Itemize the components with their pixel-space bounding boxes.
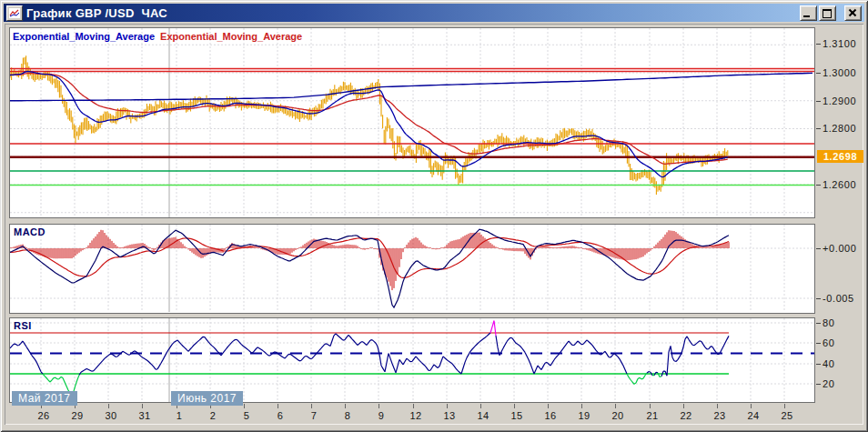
date-label: 6 (268, 410, 292, 421)
date-axis-tick (447, 404, 448, 408)
macd-chart-canvas[interactable] (10, 225, 814, 313)
date-label: 5 (235, 410, 258, 421)
ema-fast-legend-label: Exponential_Moving_Average (13, 31, 155, 42)
date-label: 22 (674, 410, 698, 421)
date-label: 31 (133, 410, 156, 421)
date-label: 12 (404, 410, 428, 421)
rsi-panel[interactable]: RSI (9, 317, 815, 403)
price-bars (10, 55, 728, 195)
chart-window: График GBP /USD ЧАС Exponential_Moving_A… (0, 0, 868, 432)
date-axis-tick (514, 404, 515, 408)
date-axis-tick (717, 404, 718, 408)
price-axis-label: 1.3000 (823, 66, 856, 79)
rsi-axis-label: 20 (823, 377, 834, 390)
date-label: 16 (539, 410, 562, 421)
date-axis-tick (751, 404, 752, 408)
date-axis-tick (548, 404, 549, 408)
date-axis-tick (413, 404, 414, 408)
date-label: 30 (99, 410, 123, 421)
rsi-axis-tick (816, 384, 821, 385)
ema-slow-legend-label: Exponential_Moving_Average (160, 31, 302, 42)
date-label: 26 (32, 410, 56, 421)
date-axis-tick (345, 404, 346, 408)
price-axis-tick (816, 73, 821, 74)
date-label: 24 (742, 410, 765, 421)
rsi-chart-canvas[interactable] (10, 318, 814, 402)
macd-label: MACD (14, 226, 45, 237)
date-label: 7 (302, 410, 326, 421)
maximize-icon (823, 9, 832, 18)
date-label: 19 (572, 410, 596, 421)
date-label: 8 (336, 410, 359, 421)
price-panel[interactable]: Exponential_Moving_AverageExponential_Mo… (9, 27, 815, 218)
chart-icon-glyph (9, 8, 20, 18)
macd-line (10, 229, 729, 307)
macd-axis-tick (816, 248, 821, 249)
date-axis-tick (480, 404, 481, 408)
date-label: 21 (641, 410, 664, 421)
minimize-icon (803, 15, 810, 17)
date-label: 23 (708, 410, 732, 421)
price-axis-tick (816, 44, 821, 45)
month-label-june: Июнь 2017 (171, 391, 243, 406)
date-label: 25 (775, 410, 799, 421)
price-axis-label: 1.2900 (823, 95, 856, 107)
maximize-button[interactable] (819, 5, 836, 21)
minimize-button[interactable] (800, 5, 817, 21)
macd-panel[interactable]: MACD (9, 224, 815, 314)
price-axis-label: 1.3100 (823, 37, 856, 50)
date-axis-tick (142, 404, 143, 408)
price-axis-tick (816, 128, 821, 129)
date-label: 14 (471, 410, 495, 421)
rsi-axis-label: 80 (823, 316, 834, 329)
window-controls (798, 5, 862, 19)
indicator-legend: Exponential_Moving_AverageExponential_Mo… (13, 31, 302, 42)
ema-fast-line (10, 72, 728, 177)
date-axis-tick (650, 404, 651, 408)
price-axis-tick (816, 185, 821, 186)
date-axis-tick (378, 404, 379, 408)
date-label: 15 (505, 410, 529, 421)
date-axis-tick (278, 404, 278, 408)
long-ema-line (10, 73, 812, 100)
date-axis-tick (108, 404, 109, 408)
date-label: 20 (606, 410, 630, 421)
date-axis-tick (244, 404, 245, 408)
price-chart-canvas[interactable] (10, 28, 814, 217)
price-axis-label: 1.2800 (823, 122, 856, 135)
rsi-axis-tick (816, 323, 821, 324)
date-label: 1 (167, 410, 191, 421)
month-label-may: Май 2017 (12, 391, 77, 406)
current-price-flag: 1.2698 (817, 150, 863, 163)
date-axis-tick (615, 404, 616, 408)
date-label: 13 (438, 410, 461, 421)
date-label: 2 (201, 410, 225, 421)
window-title: График GBP /USD ЧАС (26, 6, 167, 20)
date-axis-tick (683, 404, 684, 408)
rsi-axis-tick (816, 343, 821, 344)
macd-signal-line (10, 237, 729, 277)
macd-axis-tick (816, 298, 821, 299)
rsi-axis-tick (816, 364, 821, 365)
chart-app-icon (6, 5, 23, 21)
rsi-label: RSI (14, 320, 32, 331)
macd-axis-label: -0.005 (823, 292, 854, 305)
rsi-axis-label: 60 (823, 337, 834, 349)
date-axis-tick (581, 404, 582, 408)
date-label: 29 (66, 410, 89, 421)
rsi-line-oversold-segment (43, 373, 661, 394)
price-axis-tick (816, 101, 821, 102)
rsi-line (10, 333, 729, 377)
date-axis-tick (784, 404, 785, 408)
title-bar[interactable]: График GBP /USD ЧАС (4, 4, 864, 22)
date-label: 9 (369, 410, 393, 421)
date-axis-tick (311, 404, 312, 408)
macd-axis-label: +0.000 (823, 242, 857, 255)
price-axis-label: 1.2600 (823, 178, 856, 191)
close-button[interactable] (844, 5, 862, 21)
rsi-axis-label: 40 (823, 357, 834, 370)
